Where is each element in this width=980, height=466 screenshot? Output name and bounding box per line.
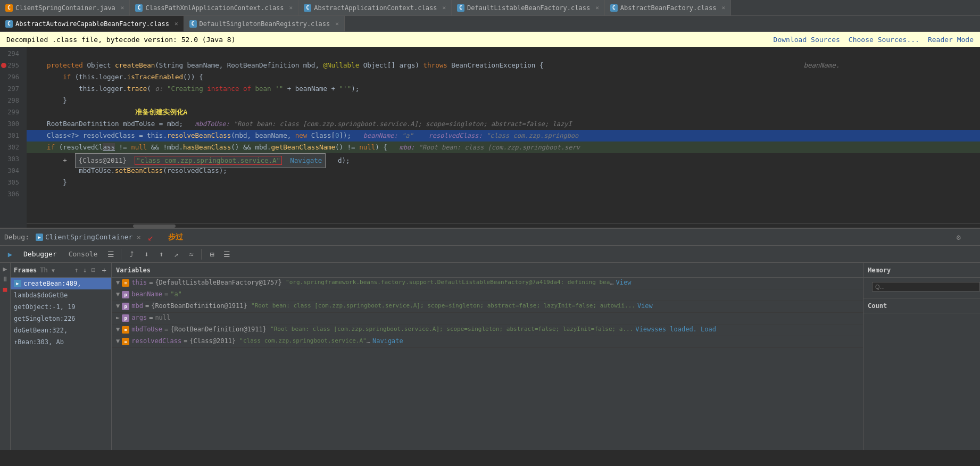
var-navigate-resolved[interactable]: Navigate [372, 337, 403, 345]
step-annotation: 步过 [168, 232, 183, 242]
code-line-296: if (this.logger.isTraceEnabled()) { [27, 71, 980, 83]
frame-create-bean[interactable]: ▶ createBean:489, [11, 278, 111, 289]
var-expand-beanname[interactable]: ▼ [116, 290, 120, 298]
info-bar-text: Decompiled .class file, bytecode version… [6, 36, 235, 44]
var-name-resolved: resolvedClass [131, 337, 181, 345]
var-name-mbd-to-use: mbdToUse [131, 326, 162, 333]
info-bar: Decompiled .class file, bytecode version… [0, 32, 980, 47]
code-line-294 [27, 48, 980, 60]
var-expand-args[interactable]: ► [116, 314, 120, 321]
var-expand-mbd[interactable]: ▼ [116, 302, 120, 310]
step-into-button[interactable]: ⬇ [139, 247, 153, 261]
frames-button[interactable]: ⊞ [205, 247, 219, 261]
tab-close-abstract-bean[interactable]: ✕ [721, 4, 725, 11]
debug-header: Debug: ▶ ClientSpringContainer ✕ ↙ 步过 ⚙ [0, 229, 980, 246]
var-view-mbd[interactable]: View [637, 302, 653, 310]
evaluate-button[interactable]: ≈ [184, 247, 198, 261]
var-view-mbd-to-use[interactable]: Viewsses loaded. Load [635, 326, 716, 333]
frame-label-3: getSingleton:226 [14, 315, 76, 322]
var-val-beanname: "a" [170, 290, 182, 298]
debug-panel: Debug: ▶ ClientSpringContainer ✕ ↙ 步过 ⚙ … [0, 228, 980, 450]
frame-do-get-bean[interactable]: doGetBean:322, [11, 324, 111, 336]
frames-tab[interactable]: Frames [14, 267, 37, 274]
code-line-297: this.logger.trace( o: "Creating instance… [27, 83, 980, 95]
watches-button[interactable]: ☰ [220, 247, 234, 261]
tab-close-default-singleton[interactable]: ✕ [335, 20, 339, 27]
line-303: 303 [0, 153, 22, 165]
frames-up-button[interactable]: ↑ [73, 265, 80, 274]
navigate-link[interactable]: Navigate [290, 156, 322, 164]
code-line-298: } [27, 95, 980, 106]
var-icon-resolved: = [122, 338, 129, 345]
threads-tab[interactable]: Th ▼ [40, 267, 55, 274]
line-304: 304 [0, 165, 22, 177]
code-line-295: protected Object createBean(String beanN… [27, 60, 980, 71]
frame-get-object[interactable]: getObject:-1, 19 [11, 301, 111, 313]
frames-filter-button[interactable]: ⊟ [90, 265, 97, 274]
frames-header: Frames Th ▼ ↑ ↓ ⊟ + [11, 263, 111, 278]
choose-sources-link[interactable]: Choose Sources... [849, 36, 919, 44]
var-eq-beanname: = [164, 290, 168, 298]
var-expand-mbd-to-use[interactable]: ▼ [116, 326, 120, 333]
code-line-299: 准备创建实例化A [27, 106, 980, 118]
stop-side-button[interactable]: ■ [3, 285, 7, 293]
console-tab[interactable]: Console [63, 249, 103, 259]
frame-label-1: lambda$doGetBe [14, 292, 68, 299]
var-val-mbd-to-use: "Root bean: class [com.zzp.springboot.se… [270, 326, 633, 332]
session-icon: ▶ [36, 234, 43, 241]
frame-lambda[interactable]: lambda$doGetBe [11, 289, 111, 301]
play-resume-button[interactable]: ▶ [3, 247, 17, 261]
tab-default-singleton[interactable]: C DefaultSingletonBeanRegistry.class ✕ [184, 16, 345, 31]
frames-down-button[interactable]: ↓ [81, 265, 89, 274]
play-side-button[interactable]: ▶ [3, 265, 7, 273]
memory-search-input[interactable] [872, 282, 980, 292]
tab-icon-abstract-autowire: C [5, 20, 13, 28]
step-over-button[interactable]: ⤴ [124, 247, 138, 261]
debug-session: ▶ ClientSpringContainer ✕ [36, 233, 141, 241]
debugger-tab[interactable]: Debugger [18, 249, 62, 259]
tab-icon-default-singleton: C [189, 20, 197, 28]
step-out-button[interactable]: ⬆ [154, 247, 168, 261]
line-299: 299 [0, 106, 22, 118]
download-sources-link[interactable]: Download Sources [774, 36, 840, 44]
session-close[interactable]: ✕ [137, 234, 140, 241]
tab-abstract-app[interactable]: C AbstractApplicationContext.class ✕ [298, 0, 452, 15]
pause-side-button[interactable]: ⏸ [2, 275, 9, 283]
tab-close-default-listable[interactable]: ✕ [595, 4, 599, 11]
code-line-304: mbdToUse.setBeanClass(resolvedClass); [27, 165, 980, 177]
var-eq-args: = [149, 314, 153, 321]
var-ellipsis-resolved: … [367, 337, 370, 345]
tab-default-listable[interactable]: C DefaultListableBeanFactory.class ✕ [452, 0, 605, 15]
frames-add-button[interactable]: + [101, 265, 108, 275]
frame-icon-0: ▶ [14, 280, 21, 287]
tab-abstract-bean[interactable]: C AbstractBeanFactory.class ✕ [605, 0, 731, 15]
line-294: 294 [0, 48, 22, 60]
var-expand-this[interactable]: ▼ [116, 279, 120, 286]
reader-mode-link[interactable]: Reader Mode [928, 36, 974, 44]
menu-icon[interactable]: ☰ [104, 247, 118, 261]
tab-close-classpath[interactable]: ✕ [289, 4, 293, 11]
code-line-302: if (resolvedClass != null && !mbd.hasBea… [27, 142, 980, 153]
var-view-this[interactable]: View [616, 279, 632, 286]
run-to-cursor-button[interactable]: ↗ [169, 247, 183, 261]
code-area: 294 295 296 297 298 299 300 301 302 303 … [0, 47, 980, 228]
line-297: 297 [0, 83, 22, 95]
tab-client-spring[interactable]: C ClientSpringContainer.java ✕ [0, 0, 130, 15]
settings-gear-icon[interactable]: ⚙ [957, 233, 961, 242]
tab-close-abstract-app[interactable]: ✕ [442, 4, 446, 11]
tab-classpath-xml[interactable]: C ClassPathXmlApplicationContext.class ✕ [130, 0, 298, 15]
var-ref-this: {DefaultListableBeanFactory@1757} [155, 279, 281, 286]
frame-label-5: ↑Bean:303, Ab [14, 338, 64, 346]
frames-controls: ↑ ↓ ⊟ [73, 265, 97, 274]
tab-icon-abstract-bean: C [610, 4, 618, 12]
tab-close-abstract-autowire[interactable]: ✕ [175, 20, 178, 27]
variables-header: Variables [112, 263, 863, 278]
tab-abstract-autowire[interactable]: C AbstractAutowireCapableBeanFactory.cla… [0, 16, 184, 31]
frame-bean-303[interactable]: ↑Bean:303, Ab [11, 336, 111, 348]
var-expand-resolved[interactable]: ▼ [116, 337, 120, 345]
var-ref-mbd-to-use: {RootBeanDefinition@1911} [170, 326, 267, 333]
frame-get-singleton[interactable]: getSingleton:226 [11, 313, 111, 324]
tab-close-client[interactable]: ✕ [121, 4, 124, 11]
debug-toolbar: ▶ Debugger Console ☰ ⤴ ⬇ ⬆ ↗ ≈ ⊞ ☰ [0, 246, 980, 263]
line-306: 306 [0, 188, 22, 200]
